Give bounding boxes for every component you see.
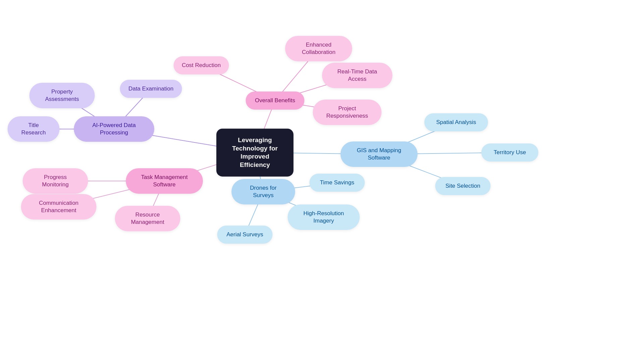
node-label-project_resp: Project Responsiveness [321,105,374,120]
node-title_research: Title Research [8,116,60,142]
node-spatial_analysis: Spatial Analysis [424,113,488,131]
node-gis_mapping: GIS and Mapping Software [340,141,418,167]
node-label-aerial_surveys: Aerial Surveys [226,231,263,238]
node-center: Leveraging Technology for Improved Effic… [216,129,293,177]
node-time_savings: Time Savings [310,174,365,192]
node-territory_use: Territory Use [481,143,538,162]
node-comm_enhance: Communication Enhancement [21,194,97,220]
node-label-data_exam: Data Examination [128,85,173,93]
node-property_assess: Property Assessments [30,83,95,108]
node-label-realtime_data: Real-Time Data Access [330,68,384,83]
node-data_exam: Data Examination [120,80,182,98]
node-label-center: Leveraging Technology for Improved Effic… [226,136,284,169]
mindmap-container: Leveraging Technology for Improved Effic… [0,0,644,363]
node-aerial_surveys: Aerial Surveys [217,226,273,244]
node-label-title_research: Title Research [16,122,52,136]
node-task_mgmt: Task Management Software [126,168,203,194]
node-label-ai_processing: AI-Powered Data Processing [82,122,146,136]
node-label-comm_enhance: Communication Enhancement [29,199,89,214]
node-label-task_mgmt: Task Management Software [134,174,195,188]
node-high_res: High-Resolution Imagery [288,204,360,230]
node-label-cost_reduction: Cost Reduction [182,62,221,69]
node-project_resp: Project Responsiveness [313,100,382,125]
node-site_selection: Site Selection [435,177,491,195]
node-label-resource_mgmt: Resource Management [123,211,172,226]
node-label-site_selection: Site Selection [445,182,480,190]
node-enhanced_collab: Enhanced Collaboration [285,36,352,61]
node-realtime_data: Real-Time Data Access [322,63,392,88]
node-overall_benefits: Overall Benefits [246,92,305,110]
node-ai_processing: AI-Powered Data Processing [74,116,154,142]
node-label-property_assess: Property Assessments [38,88,87,103]
node-progress_monitor: Progress Monitoring [23,168,88,194]
node-label-spatial_analysis: Spatial Analysis [436,119,476,126]
node-label-enhanced_collab: Enhanced Collaboration [293,41,344,56]
node-label-overall_benefits: Overall Benefits [255,97,295,104]
node-label-progress_monitor: Progress Monitoring [31,174,80,188]
node-resource_mgmt: Resource Management [115,206,180,231]
node-label-high_res: High-Resolution Imagery [296,210,352,225]
node-label-drones: Drones for Surveys [239,184,287,199]
node-drones: Drones for Surveys [231,179,295,204]
node-label-gis_mapping: GIS and Mapping Software [348,147,410,162]
node-label-territory_use: Territory Use [494,149,526,156]
node-cost_reduction: Cost Reduction [174,56,229,74]
node-label-time_savings: Time Savings [320,179,354,186]
